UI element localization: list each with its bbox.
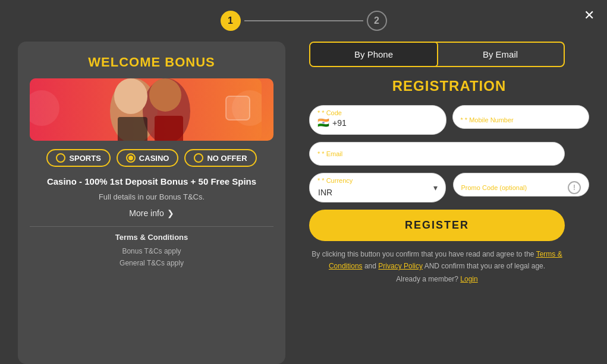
terms-item-2: General T&Cs apply <box>119 257 184 269</box>
code-value: +91 <box>332 118 347 128</box>
tab-by-email[interactable]: By Email <box>437 43 564 66</box>
phone-row: * * Code 🇮🇳 +91 * * Mobile Number <box>309 105 589 135</box>
no-offer-btn[interactable]: NO OFFER <box>184 149 256 167</box>
arrow-icon: ❯ <box>167 208 174 218</box>
left-panel: WELCOME BONUS <box>18 42 285 364</box>
terms-item-1: Bonus T&Cs apply <box>119 245 184 257</box>
casino-radio-inner <box>128 156 133 160</box>
mobile-placeholder-label: * * Mobile Number <box>461 116 514 124</box>
tab-by-phone[interactable]: By Phone <box>309 42 438 67</box>
registration-title: REGISTRATION <box>309 78 589 94</box>
privacy-link[interactable]: Privacy Policy <box>378 262 423 270</box>
code-field-group: * * Code 🇮🇳 +91 <box>309 105 446 135</box>
email-placeholder-label: * * Email <box>317 150 342 157</box>
step-1-circle: 1 <box>221 11 241 31</box>
flag-icon: 🇮🇳 <box>317 117 329 128</box>
banner-svg <box>30 78 262 141</box>
register-button[interactable]: REGISTER <box>309 210 565 241</box>
casino-radio <box>126 153 136 163</box>
banner-figures <box>146 78 158 141</box>
flag-wrap: 🇮🇳 +91 <box>317 117 347 128</box>
email-field-group: * * Email <box>309 142 565 166</box>
mobile-field-group: * * Mobile Number <box>452 105 590 135</box>
sports-radio <box>56 153 65 163</box>
login-link[interactable]: Login <box>460 275 477 283</box>
terms-title: Terms & Conditions <box>115 233 188 242</box>
svg-rect-3 <box>226 96 250 120</box>
svg-rect-9 <box>155 116 183 141</box>
casino-offer-btn[interactable]: CASINO <box>117 149 179 167</box>
currency-promo-row: * * Currency INR ▾ Promo Code (optional)… <box>309 173 589 202</box>
offer-row: SPORTS CASINO NO OFFER <box>46 149 256 167</box>
email-input[interactable] <box>309 142 565 166</box>
step-2-circle: 2 <box>367 11 387 31</box>
info-icon: ! <box>568 181 581 194</box>
svg-point-6 <box>114 78 147 114</box>
code-label: * * Code <box>317 109 342 116</box>
main-content: WELCOME BONUS <box>0 42 607 364</box>
tabs-row: By Phone By Email <box>309 42 565 67</box>
disclaimer-text: By clicking this button you confirm that… <box>309 248 565 273</box>
right-panel: By Phone By Email REGISTRATION * * Code … <box>285 42 589 364</box>
more-info-link[interactable]: More info ❯ <box>129 208 174 218</box>
currency-label: * * Currency <box>317 177 353 184</box>
bonus-description: Casino - 100% 1st Deposit Bonus + 50 Fre… <box>47 175 256 188</box>
divider <box>30 226 273 227</box>
svg-point-7 <box>149 78 181 112</box>
terms-list: Bonus T&Cs apply General T&Cs apply <box>119 245 184 270</box>
already-member-text: Already a member? Login <box>309 275 565 283</box>
step-line <box>244 20 363 21</box>
sports-offer-btn[interactable]: SPORTS <box>46 149 110 167</box>
close-button[interactable]: ✕ <box>580 6 599 25</box>
step-indicator: 1 2 <box>0 0 607 31</box>
bonus-subtitle: Full details in our Bonus T&Cs. <box>99 192 205 201</box>
promo-field-group: Promo Code (optional) ! <box>453 173 590 202</box>
promo-placeholder-label: Promo Code (optional) <box>461 184 527 191</box>
bonus-banner <box>30 78 273 141</box>
no-offer-radio <box>194 153 203 163</box>
currency-field-group: * * Currency INR ▾ <box>309 173 446 202</box>
email-row: * * Email <box>309 142 589 166</box>
welcome-title: WELCOME BONUS <box>88 55 215 70</box>
svg-rect-8 <box>118 117 147 141</box>
